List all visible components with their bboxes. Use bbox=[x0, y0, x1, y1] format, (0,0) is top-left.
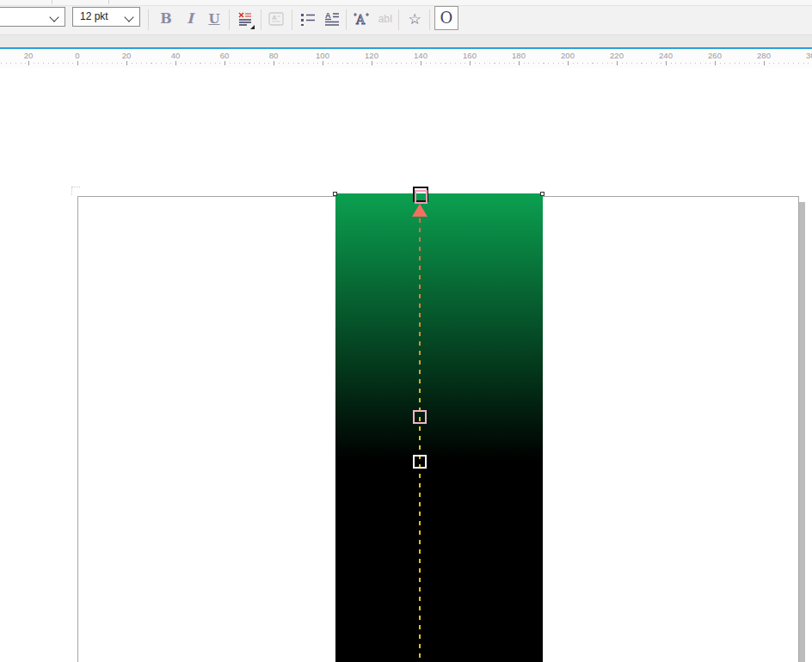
ruler-tick bbox=[421, 61, 421, 65]
italic-button[interactable]: I bbox=[179, 7, 201, 31]
ruler-tick bbox=[617, 61, 618, 65]
ruler-tick bbox=[372, 61, 372, 65]
text-field-icon: abI bbox=[378, 13, 393, 25]
ruler-label: 40 bbox=[171, 51, 181, 60]
ruler-tick bbox=[666, 61, 667, 65]
objects-mode-button[interactable]: O bbox=[434, 6, 458, 30]
chevron-down-icon bbox=[124, 12, 133, 21]
star-icon: ☆ bbox=[408, 12, 421, 27]
chevron-down-icon bbox=[49, 12, 58, 21]
ruler-label: 200 bbox=[561, 51, 575, 60]
ruler-label: 220 bbox=[610, 51, 624, 60]
font-size-value: 12 pkt bbox=[80, 10, 108, 22]
highlight-color-button[interactable] bbox=[234, 7, 256, 31]
toolbar-separator bbox=[346, 9, 347, 30]
toolbar-separator bbox=[398, 9, 399, 30]
svg-text:A: A bbox=[325, 11, 331, 20]
margin-corner-mark bbox=[71, 187, 80, 195]
gradient-axis-dashed-line bbox=[419, 218, 421, 662]
ruler-label: 140 bbox=[414, 51, 428, 60]
ruler-tick bbox=[225, 61, 225, 65]
selection-handle-top-left[interactable] bbox=[333, 192, 337, 196]
text-field-button-disabled[interactable]: abI bbox=[374, 7, 397, 31]
ruler-tick bbox=[519, 61, 520, 65]
ruler-label: 180 bbox=[512, 51, 526, 60]
ruler-minor-ticks bbox=[0, 63, 812, 64]
toolbar-lower-strip bbox=[0, 34, 812, 47]
ruler-tick bbox=[274, 61, 274, 65]
gradient-rectangle-shape[interactable] bbox=[335, 193, 543, 662]
ruler-label: 20 bbox=[24, 51, 34, 60]
underline-button[interactable]: U bbox=[203, 7, 225, 31]
ruler-label: 240 bbox=[659, 51, 673, 60]
font-size-combobox[interactable]: 12 pkt bbox=[72, 7, 140, 27]
ruler-tick bbox=[470, 61, 471, 65]
ruler-tick bbox=[28, 61, 29, 65]
font-name-combobox[interactable] bbox=[0, 7, 65, 27]
underline-icon: U bbox=[208, 13, 219, 26]
formatting-toolbar: 12 pkt B I U A bbox=[0, 6, 812, 34]
ruler-label: 0 bbox=[75, 51, 79, 60]
bold-icon: B bbox=[160, 12, 172, 26]
ruler-label: 100 bbox=[316, 51, 329, 60]
bold-button[interactable]: B bbox=[155, 7, 177, 31]
ruler-tick bbox=[568, 61, 569, 65]
gradient-midstop-handle-white[interactable] bbox=[413, 455, 427, 469]
ruler-label: 300 bbox=[806, 51, 812, 60]
gradient-midstop-handle-pink[interactable] bbox=[413, 410, 427, 424]
font-scale-button[interactable]: A bbox=[350, 7, 372, 31]
toolbar-separator bbox=[148, 9, 149, 30]
toolbar-separator bbox=[429, 9, 430, 30]
toolbar-separator bbox=[229, 9, 230, 30]
ruler-tick bbox=[323, 61, 323, 65]
toolbar-separator bbox=[292, 9, 292, 30]
toolbar-separator bbox=[261, 9, 261, 30]
horizontal-ruler[interactable]: 2002040608010012014016018020022024026028… bbox=[0, 49, 812, 68]
character-style-button-disabled[interactable]: A bbox=[265, 7, 287, 31]
ruler-label: 120 bbox=[365, 51, 378, 60]
ruler-label: 280 bbox=[757, 51, 771, 60]
ruler-label: 60 bbox=[220, 51, 230, 60]
gradient-start-handle-inner[interactable] bbox=[415, 190, 428, 204]
ruler-tick bbox=[126, 61, 127, 65]
bullet-list-button[interactable] bbox=[297, 7, 319, 31]
svg-text:A: A bbox=[272, 14, 277, 21]
dropdown-corner-icon bbox=[250, 25, 255, 29]
font-scale-icon: A bbox=[353, 11, 370, 27]
ruler-tick bbox=[715, 61, 716, 65]
gradient-start-marker-triangle[interactable] bbox=[412, 204, 428, 217]
paragraph-format-button[interactable]: A bbox=[321, 7, 343, 31]
selection-handle-top-right[interactable] bbox=[540, 192, 544, 196]
document-workspace[interactable] bbox=[0, 68, 812, 662]
ruler-tick bbox=[77, 61, 78, 65]
favorites-button[interactable]: ☆ bbox=[403, 7, 426, 31]
ruler-tick bbox=[764, 61, 765, 65]
ruler-label: 160 bbox=[463, 51, 477, 60]
ruler-label: 80 bbox=[269, 51, 279, 60]
ruler-tick bbox=[175, 61, 176, 65]
ruler-label: 260 bbox=[708, 51, 722, 60]
objects-mode-icon: O bbox=[440, 10, 453, 26]
ruler-label: 20 bbox=[122, 51, 132, 60]
paragraph-format-icon: A bbox=[324, 11, 340, 27]
italic-icon: I bbox=[187, 12, 193, 26]
toolbar-separator-remnant bbox=[52, 0, 52, 4]
toolbar-separator-remnant bbox=[108, 0, 109, 4]
window-top-strip bbox=[0, 0, 812, 6]
bullet-list-icon bbox=[300, 11, 316, 27]
character-style-icon: A bbox=[268, 11, 284, 27]
